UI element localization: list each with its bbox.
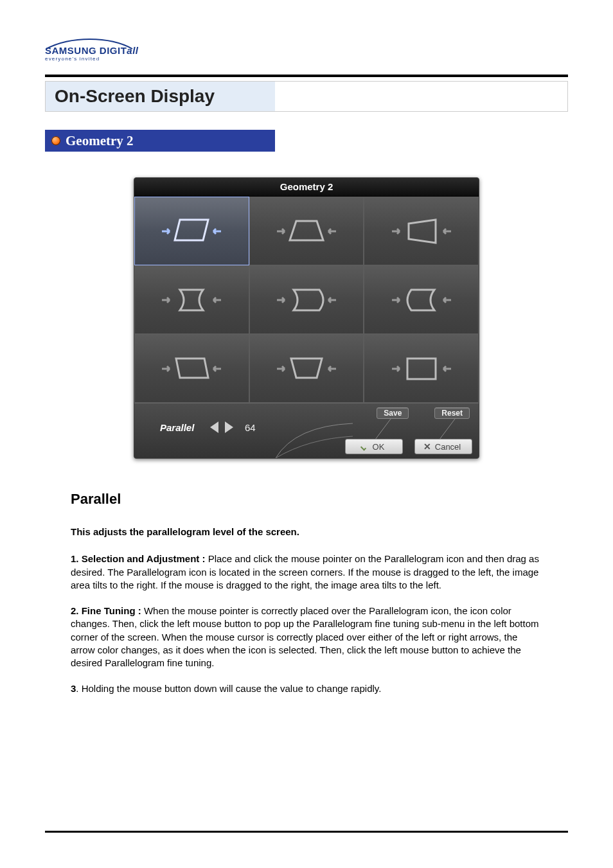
svg-marker-0 xyxy=(175,220,208,240)
subsection-bar: Geometry 2 xyxy=(45,130,568,152)
check-icon xyxy=(361,443,369,450)
save-button[interactable]: Save xyxy=(377,407,409,419)
article-heading: Parallel xyxy=(71,491,542,508)
cancel-label: Cancel xyxy=(435,442,461,452)
adjust-value: 64 xyxy=(245,422,256,433)
osd-item-skew-left[interactable] xyxy=(134,334,249,403)
osd-title: Geometry 2 xyxy=(134,178,479,197)
increase-arrow-icon[interactable] xyxy=(225,421,233,433)
svg-marker-2 xyxy=(409,220,436,243)
osd-item-trapezoid-side[interactable] xyxy=(364,197,479,265)
step3-text: . Holding the mouse button down will cau… xyxy=(76,683,381,694)
brand-tagline: everyone's invited xyxy=(45,56,568,62)
osd-item-pin-left[interactable] xyxy=(134,265,249,334)
top-divider xyxy=(45,75,568,77)
section-title-bar: On-Screen Display xyxy=(45,81,568,112)
osd-item-parallel[interactable] xyxy=(134,197,249,265)
osd-item-trapezoid-top[interactable] xyxy=(249,197,364,265)
osd-item-pin-right[interactable] xyxy=(364,265,479,334)
article-step-2: 2. Fine Tuning : When the mouse pointer … xyxy=(71,605,542,669)
svg-marker-3 xyxy=(176,359,208,378)
adjust-name: Parallel xyxy=(160,422,204,433)
ok-label: OK xyxy=(373,442,385,452)
subsection-title: Geometry 2 xyxy=(66,133,134,149)
brand-logo: SAMSUNG DIGITall everyone's invited xyxy=(45,39,568,62)
article-step-3: 3. Holding the mouse button down will ca… xyxy=(71,682,542,695)
ok-button[interactable]: OK xyxy=(345,439,403,454)
svg-marker-4 xyxy=(291,359,322,378)
section-title: On-Screen Display xyxy=(55,86,215,107)
article-lead: This adjusts the parallelogram level of … xyxy=(71,526,542,538)
svg-rect-5 xyxy=(407,359,436,379)
bullet-icon xyxy=(51,136,60,145)
svg-marker-1 xyxy=(290,221,323,240)
close-icon: ✕ xyxy=(423,441,431,452)
osd-panel: Geometry 2 xyxy=(134,177,479,459)
bottom-divider xyxy=(45,831,568,833)
cancel-button[interactable]: ✕ Cancel xyxy=(414,439,472,454)
article-step-1: 1. Selection and Adjustment : Place and … xyxy=(71,553,542,592)
osd-item-rect[interactable] xyxy=(364,334,479,403)
decrease-arrow-icon[interactable] xyxy=(210,421,218,433)
article-body: Parallel This adjusts the parallelogram … xyxy=(45,491,568,696)
reset-button[interactable]: Reset xyxy=(434,407,470,419)
step1-label: 1. Selection and Adjustment : xyxy=(71,553,208,564)
osd-item-pin-center[interactable] xyxy=(249,265,364,334)
osd-item-bottom-trap[interactable] xyxy=(249,334,364,403)
step2-label: 2. Fine Tuning : xyxy=(71,605,144,616)
